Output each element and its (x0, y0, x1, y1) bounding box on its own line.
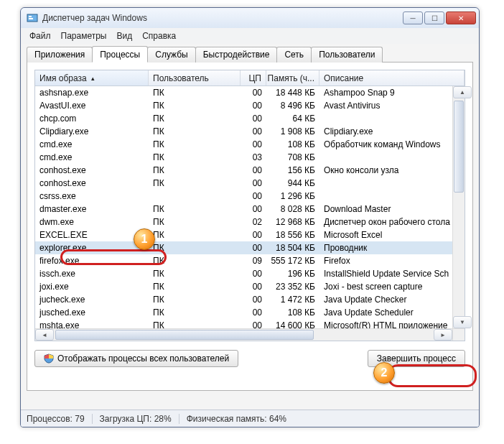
cell-cpu: 00 (241, 114, 266, 124)
table-row[interactable]: jucheck.exeПК001 472 КБJava Update Check… (35, 293, 465, 306)
table-row[interactable]: jusched.exeПК00108 КБJava Update Schedul… (35, 306, 465, 319)
horizontal-scrollbar[interactable]: ◄ ► (35, 328, 452, 341)
cell-desc: Microsoft Excel (319, 230, 465, 240)
client-area: Приложения Процессы Службы Быстродействи… (21, 44, 479, 410)
window-title: Диспетчер задач Windows (42, 13, 403, 23)
cell-desc: Диспетчер окон рабочего стола (319, 217, 465, 227)
cell-desc: InstallShield Update Service Sch (319, 269, 465, 279)
tab-processes[interactable]: Процессы (92, 46, 148, 63)
cell-mem: 18 504 КБ (266, 243, 319, 253)
annotation-badge-1: 1 (134, 228, 155, 250)
cell-user: ПК (149, 295, 241, 305)
cell-name: csrss.exe (35, 191, 149, 201)
show-all-users-label: Отображать процессы всех пользователей (57, 353, 229, 364)
cell-user: ПК (149, 307, 241, 318)
cell-mem: 64 КБ (266, 114, 319, 124)
scroll-corner (452, 328, 465, 341)
table-row[interactable]: chcp.comПК0064 КБ (35, 112, 465, 125)
scroll-up-button[interactable]: ▲ (453, 86, 472, 98)
cell-cpu: 00 (241, 191, 266, 201)
cell-name: ashsnap.exe (35, 88, 149, 98)
scroll-left-button[interactable]: ◄ (35, 329, 54, 341)
table-row[interactable]: dmaster.exeПК008 028 КБDownload Master (35, 203, 465, 216)
column-headers: Имя образа ▴ Пользователь ЦП Память (ч..… (35, 70, 465, 86)
cell-name: chcp.com (35, 114, 149, 124)
table-row[interactable]: conhost.exeПК00156 КБОкно консоли узла (35, 164, 465, 177)
tab-strip: Приложения Процессы Службы Быстродействи… (27, 47, 473, 63)
tab-network[interactable]: Сеть (276, 47, 312, 63)
cell-cpu: 00 (241, 204, 266, 214)
cell-cpu: 00 (241, 269, 266, 279)
uac-shield-icon (44, 353, 54, 364)
col-memory[interactable]: Память (ч... (266, 70, 319, 85)
scroll-down-button[interactable]: ▼ (453, 316, 472, 328)
table-row[interactable]: conhost.exeПК00944 КБ (35, 177, 465, 190)
maximize-button[interactable]: ☐ (424, 11, 444, 24)
table-row[interactable]: ashsnap.exeПК0018 448 КБAshampoo Snap 9 (35, 86, 465, 99)
menubar: Файл Параметры Вид Справка (21, 28, 479, 44)
svg-rect-1 (29, 16, 32, 17)
close-button[interactable]: ✕ (446, 11, 476, 24)
cell-desc: Joxi - best screen capture (319, 282, 465, 292)
cell-desc: Firefox (319, 256, 465, 266)
vertical-scrollbar[interactable]: ▲ ▼ (452, 86, 465, 328)
table-row[interactable]: csrss.exe001 296 КБ (35, 190, 465, 203)
app-icon (27, 12, 38, 24)
show-all-users-button[interactable]: Отображать процессы всех пользователей (34, 350, 238, 367)
status-cpu: Загрузка ЦП: 28% (92, 414, 172, 424)
cell-name: cmd.exe (35, 139, 149, 149)
col-user[interactable]: Пользователь (149, 70, 241, 85)
hscroll-track[interactable] (54, 329, 434, 341)
col-cpu[interactable]: ЦП (241, 70, 266, 85)
cell-user: ПК (149, 101, 241, 111)
col-image-name[interactable]: Имя образа ▴ (35, 70, 149, 85)
cell-mem: 196 КБ (266, 269, 319, 279)
cell-name: dwm.exe (35, 217, 149, 227)
cell-name: joxi.exe (35, 282, 149, 292)
vscroll-thumb[interactable] (454, 101, 464, 193)
table-row[interactable]: cmd.exeПК00108 КБОбработчик команд Windo… (35, 138, 465, 151)
hscroll-thumb[interactable] (55, 330, 314, 340)
cell-cpu: 00 (241, 307, 266, 318)
cell-name: conhost.exe (35, 178, 149, 188)
tab-applications[interactable]: Приложения (27, 47, 93, 63)
cell-mem: 108 КБ (266, 307, 319, 318)
cell-cpu: 00 (241, 126, 266, 137)
processes-pane: Имя образа ▴ Пользователь ЦП Память (ч..… (27, 62, 473, 391)
cell-mem: 18 556 КБ (266, 230, 319, 240)
annotation-badge-2: 2 (373, 362, 395, 384)
cell-user: ПК (149, 152, 241, 162)
cell-mem: 1 296 КБ (266, 191, 319, 201)
cell-name: dmaster.exe (35, 204, 149, 214)
menu-help[interactable]: Справка (138, 29, 180, 42)
menu-view[interactable]: Вид (112, 29, 136, 42)
col-description[interactable]: Описание (319, 70, 465, 85)
table-row[interactable]: AvastUI.exeПК008 496 КБAvast Antivirus (35, 99, 465, 112)
cell-cpu: 00 (241, 282, 266, 292)
table-row[interactable]: Clipdiary.exeПК001 908 КБClipdiary.exe (35, 125, 465, 138)
menu-file[interactable]: Файл (25, 29, 55, 42)
tab-users[interactable]: Пользователи (311, 47, 383, 63)
menu-options[interactable]: Параметры (57, 29, 111, 42)
cell-cpu: 00 (241, 243, 266, 253)
table-row[interactable]: cmd.exeПК03708 КБ (35, 151, 465, 164)
cell-desc: Download Master (319, 204, 465, 214)
table-row[interactable]: EXCEL.EXEПК0018 556 КБMicrosoft Excel (35, 228, 465, 241)
minimize-button[interactable]: ─ (403, 11, 423, 24)
scroll-right-button[interactable]: ► (434, 329, 452, 341)
table-row[interactable]: issch.exeПК00196 КБInstallShield Update … (35, 267, 465, 280)
tab-performance[interactable]: Быстродействие (195, 47, 278, 63)
cell-name: jucheck.exe (35, 295, 149, 305)
cell-name: conhost.exe (35, 165, 149, 175)
cell-mem: 8 496 КБ (266, 101, 319, 111)
table-row[interactable]: dwm.exeПК0212 968 КБДиспетчер окон рабоч… (35, 216, 465, 228)
process-rows: ashsnap.exeПК0018 448 КБAshampoo Snap 9A… (35, 86, 465, 341)
cell-mem: 1 472 КБ (266, 295, 319, 305)
cell-name: jusched.exe (35, 307, 149, 318)
table-row[interactable]: joxi.exeПК0023 352 КБJoxi - best screen … (35, 280, 465, 293)
annotation-box-1 (60, 249, 167, 265)
titlebar[interactable]: Диспетчер задач Windows ─ ☐ ✕ (21, 8, 479, 28)
cell-cpu: 00 (241, 101, 266, 111)
tab-services[interactable]: Службы (147, 47, 195, 63)
cell-name: EXCEL.EXE (35, 230, 149, 240)
